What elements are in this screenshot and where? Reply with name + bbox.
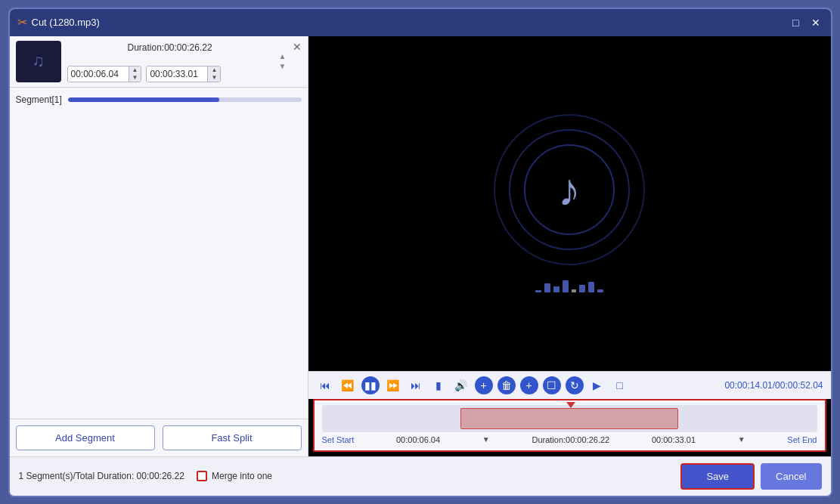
fast-split-button[interactable]: Fast Split: [163, 425, 302, 450]
scroll-down-button[interactable]: ▼: [279, 62, 287, 70]
segment-count: 1 Segment(s)/Total Duration: 00:00:26.22: [19, 471, 184, 481]
close-button[interactable]: ✕: [808, 15, 823, 30]
timeline-track: [322, 405, 817, 432]
segment-label: Segment[1]: [16, 94, 62, 105]
duration-row: Duration: 00:00:26.22: [67, 41, 273, 54]
eq-bar-5: [572, 289, 576, 292]
refresh-button[interactable]: ↻: [566, 376, 584, 394]
end-spin-up[interactable]: ▲: [208, 66, 220, 74]
circle-container: ♪: [494, 114, 645, 265]
step-forward-button[interactable]: ⏩: [384, 376, 402, 394]
end-time-wrap: ▲ ▼: [146, 66, 221, 82]
list-item: Segment[1]: [16, 92, 302, 107]
footer-actions: Save Cancel: [680, 463, 821, 490]
timeline-selection[interactable]: [460, 408, 678, 429]
bottom-controls: Add Segment Fast Split: [10, 419, 308, 456]
end-spin-down[interactable]: ▼: [208, 74, 220, 82]
eq-bar-4: [563, 280, 569, 292]
thumbnail: ♫: [16, 41, 61, 82]
timeline-area: Set Start 00:00:06.04 ▼ Duration:00:00:2…: [313, 399, 826, 452]
end-time-input[interactable]: [147, 66, 207, 82]
timeline-start-time: 00:00:06.04: [396, 435, 440, 444]
eq-bar-3: [553, 286, 559, 292]
main-content: ♫ Duration: 00:00:26.22 ▲ ▼: [10, 36, 831, 456]
segment-bar: [68, 97, 302, 102]
footer-bar: 1 Segment(s)/Total Duration: 00:00:26.22…: [10, 456, 831, 496]
minimize-button[interactable]: □: [789, 15, 801, 30]
eq-bar-7: [588, 282, 594, 292]
segment-header: ♫ Duration: 00:00:26.22 ▲ ▼: [10, 36, 308, 88]
end-spin-btns: ▲ ▼: [207, 66, 220, 82]
eq-bar-8: [597, 289, 603, 292]
scroll-arrows: ▲ ▼: [279, 41, 287, 82]
cut-icon: ✂: [17, 15, 27, 29]
title-bar-controls: □ ✕: [789, 15, 823, 30]
play-pause-button[interactable]: ▮▮: [361, 376, 380, 394]
start-time-wrap: ▲ ▼: [67, 66, 142, 82]
eq-bar-2: [544, 283, 550, 292]
screenshot-button[interactable]: ☐: [543, 376, 561, 394]
music-visual: ♪: [494, 114, 645, 292]
cancel-button[interactable]: Cancel: [761, 463, 821, 490]
add-segment-button[interactable]: Add Segment: [16, 425, 155, 450]
window-title: Cut (1280.mp3): [32, 17, 100, 28]
stop-button[interactable]: ▮: [429, 376, 448, 394]
save-button[interactable]: Save: [680, 463, 755, 490]
skip-end-button[interactable]: ⏭: [407, 376, 425, 394]
scroll-up-button[interactable]: ▲: [279, 52, 287, 60]
eq-bar-6: [579, 285, 585, 292]
rewind-button[interactable]: ⏪: [339, 376, 357, 394]
crop-button[interactable]: □: [611, 376, 629, 394]
start-spin-down[interactable]: ▼: [129, 74, 141, 82]
start-spin-up[interactable]: ▲: [129, 66, 141, 74]
plus-button[interactable]: +: [520, 376, 538, 394]
time-inputs: ▲ ▼ ▲ ▼: [67, 66, 273, 82]
time-display: 00:00:14.01/00:00:52.04: [724, 380, 823, 391]
play-segment-button[interactable]: ▶: [588, 376, 606, 394]
start-spin-btns: ▲ ▼: [129, 66, 141, 82]
segment-bar-fill: [68, 97, 220, 102]
delete-button[interactable]: 🗑: [497, 376, 516, 394]
left-panel: ♫ Duration: 00:00:26.22 ▲ ▼: [10, 36, 308, 456]
music-note-small: ♫: [32, 51, 45, 71]
merge-checkbox[interactable]: [197, 471, 207, 481]
volume-button[interactable]: 🔊: [452, 376, 470, 394]
segment-close-button[interactable]: ✕: [293, 41, 302, 53]
add-segment-ctrl-button[interactable]: +: [475, 376, 493, 394]
set-end-label[interactable]: Set End: [787, 435, 817, 444]
music-note-large: ♪: [558, 164, 581, 216]
video-area: ♪: [308, 36, 831, 371]
tl-arrow-down-2[interactable]: ▼: [738, 435, 745, 444]
timeline-duration: Duration:00:00:26.22: [532, 435, 609, 444]
skip-start-button[interactable]: ⏮: [316, 376, 334, 394]
timeline-end-time: 00:00:33.01: [652, 435, 696, 444]
controls-bar: ⏮ ⏪ ▮▮ ⏩ ⏭ ▮ 🔊 + 🗑 + ☐ ↻ ▶ □ 00:00:14.01…: [308, 371, 831, 399]
timeline-labels: Set Start 00:00:06.04 ▼ Duration:00:00:2…: [322, 432, 817, 446]
eq-bars: [535, 277, 603, 292]
duration-label: Duration:: [127, 42, 164, 53]
main-window: ✂ Cut (1280.mp3) □ ✕ ♫ Duration: 00:00:2…: [8, 8, 832, 497]
start-time-input[interactable]: [68, 66, 129, 82]
duration-value: 00:00:26.22: [164, 42, 212, 53]
segment-list: Segment[1]: [10, 88, 308, 112]
timeline-playhead[interactable]: [566, 402, 575, 408]
merge-label: Merge into one: [212, 471, 272, 481]
right-panel: ♪ ⏮ ⏪ ▮▮: [308, 36, 831, 456]
title-bar-left: ✂ Cut (1280.mp3): [17, 15, 100, 29]
merge-option: Merge into one: [197, 471, 272, 481]
title-bar: ✂ Cut (1280.mp3) □ ✕: [10, 9, 831, 36]
segment-info: Duration: 00:00:26.22 ▲ ▼: [67, 41, 273, 82]
action-buttons: Add Segment Fast Split: [16, 425, 302, 450]
eq-bar-1: [535, 290, 541, 292]
tl-arrow-down-1[interactable]: ▼: [482, 435, 490, 444]
set-start-label[interactable]: Set Start: [322, 435, 355, 444]
